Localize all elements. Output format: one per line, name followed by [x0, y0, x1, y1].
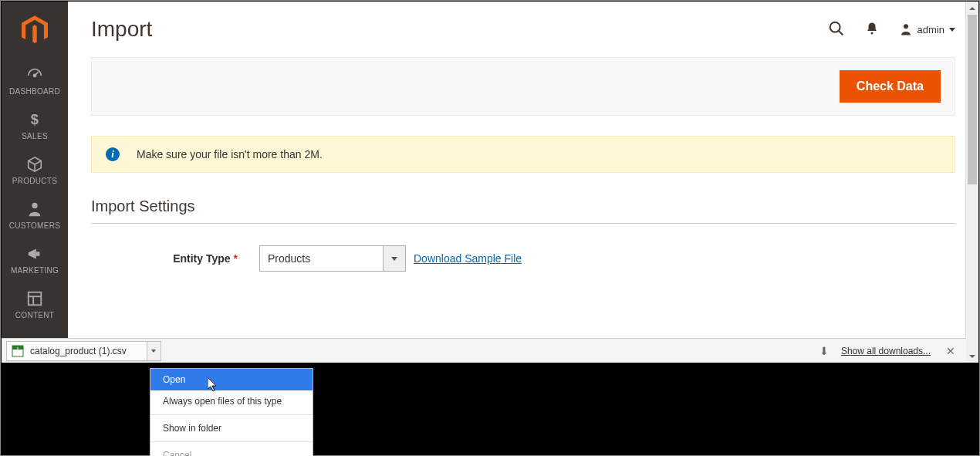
check-data-button[interactable]: Check Data — [840, 70, 941, 103]
sidebar-label: SALES — [22, 132, 48, 140]
ctx-separator — [150, 441, 313, 442]
sidebar-item-content[interactable]: CONTENT — [2, 282, 68, 327]
box-icon — [3, 156, 66, 173]
downloads-bar-close-button[interactable]: ✕ — [943, 342, 958, 360]
downloads-bar: X catalog_product (1).csv ⬇ Show all dow… — [2, 338, 966, 363]
svg-rect-3 — [36, 252, 40, 256]
download-arrow-icon: ⬇ — [819, 345, 829, 357]
ctx-cancel[interactable]: Cancel — [150, 444, 313, 456]
chevron-down-icon — [391, 257, 397, 261]
svg-point-10 — [904, 24, 908, 29]
svg-point-9 — [870, 32, 873, 34]
entity-type-select[interactable]: Products — [259, 245, 406, 272]
megaphone-icon — [3, 245, 66, 262]
caret-down-icon — [949, 28, 955, 32]
vertical-scrollbar[interactable] — [965, 2, 978, 363]
sidebar-item-products[interactable]: PRODUCTS — [2, 148, 68, 193]
chevron-down-icon — [151, 350, 156, 353]
download-sample-link[interactable]: Download Sample File — [414, 252, 522, 265]
user-name: admin — [917, 24, 945, 35]
download-context-menu: Open Always open files of this type Show… — [150, 368, 313, 456]
bell-icon[interactable] — [865, 22, 879, 38]
admin-sidebar: DASHBOARD $ SALES PRODUCTS — [2, 2, 68, 338]
svg-line-8 — [838, 30, 843, 35]
svg-point-2 — [32, 203, 37, 208]
entity-type-row: Entity Type* Products Download Sample Fi… — [91, 245, 955, 272]
scroll-thumb[interactable] — [968, 15, 977, 184]
main-content: Import — [68, 2, 978, 338]
sidebar-label: CUSTOMERS — [9, 221, 60, 230]
action-bar: Check Data — [91, 57, 955, 116]
download-chip[interactable]: X catalog_product (1).csv — [6, 341, 161, 361]
dollar-icon: $ — [3, 111, 66, 128]
entity-type-value: Products — [259, 245, 383, 272]
viewport: DASHBOARD $ SALES PRODUCTS — [0, 0, 980, 456]
alert-message: Make sure your file isn't more than 2M. — [137, 148, 323, 160]
header-tools: admin — [828, 20, 955, 39]
ctx-open[interactable]: Open — [150, 369, 313, 390]
page-title: Import — [91, 17, 152, 42]
sidebar-label: CONTENT — [15, 311, 54, 319]
svg-text:$: $ — [31, 111, 39, 127]
section-import-settings: Import Settings — [91, 198, 955, 224]
download-chip-menu-button[interactable] — [147, 342, 161, 360]
show-all-downloads-link[interactable]: Show all downloads... — [841, 346, 931, 356]
scroll-down-button[interactable] — [966, 350, 978, 363]
magento-logo[interactable] — [2, 2, 68, 59]
user-menu[interactable]: admin — [899, 22, 955, 36]
person-icon — [3, 201, 66, 218]
sidebar-item-sales[interactable]: $ SALES — [2, 103, 68, 148]
sidebar-item-customers[interactable]: CUSTOMERS — [2, 193, 68, 238]
app-window: DASHBOARD $ SALES PRODUCTS — [2, 2, 978, 338]
csv-file-icon: X — [12, 345, 24, 357]
scroll-up-button[interactable] — [966, 2, 978, 15]
download-filename: catalog_product (1).csv — [30, 346, 127, 356]
sidebar-item-dashboard[interactable]: DASHBOARD — [2, 59, 68, 103]
sidebar-label: DASHBOARD — [9, 87, 60, 96]
top-bar: Import — [91, 2, 955, 57]
info-alert: i Make sure your file isn't more than 2M… — [91, 136, 955, 173]
ctx-always-open[interactable]: Always open files of this type — [150, 390, 313, 412]
entity-type-label: Entity Type* — [91, 252, 259, 265]
search-icon[interactable] — [828, 20, 845, 39]
sidebar-label: MARKETING — [11, 266, 59, 275]
svg-point-7 — [830, 22, 840, 32]
info-icon: i — [106, 147, 120, 161]
ctx-show-in-folder[interactable]: Show in folder — [150, 417, 313, 439]
sidebar-label: PRODUCTS — [12, 177, 58, 185]
layout-icon — [3, 290, 66, 307]
svg-rect-4 — [29, 292, 42, 306]
svg-text:X: X — [17, 346, 19, 350]
user-icon — [899, 22, 913, 36]
sidebar-item-marketing[interactable]: MARKETING — [2, 238, 68, 282]
ctx-separator — [150, 414, 313, 415]
gauge-icon — [3, 66, 66, 83]
select-dropdown-button[interactable] — [383, 245, 406, 272]
